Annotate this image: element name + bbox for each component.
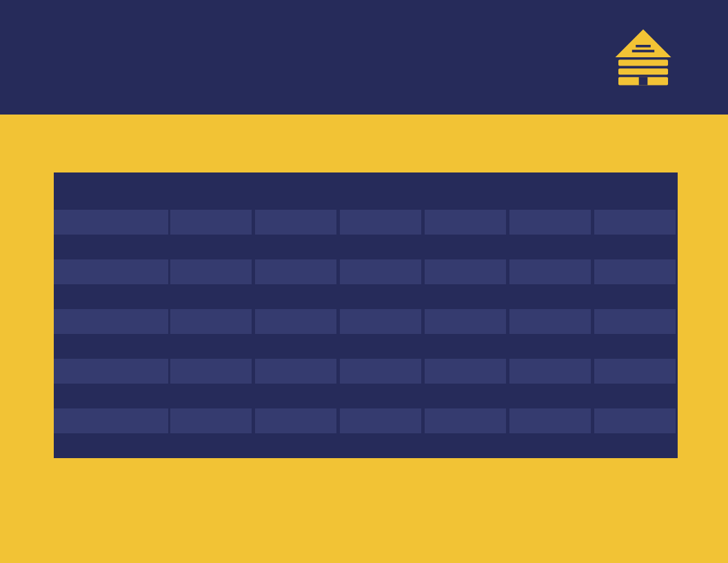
task-label	[54, 408, 168, 433]
task-label	[54, 235, 168, 259]
task-label	[54, 309, 168, 334]
gantt-chart	[54, 172, 678, 458]
svg-rect-4	[639, 77, 648, 86]
svg-rect-6	[632, 50, 654, 52]
header	[0, 0, 728, 115]
task-label	[54, 259, 168, 284]
gantt-header	[54, 172, 678, 210]
svg-rect-1	[618, 60, 668, 66]
task-label	[54, 433, 168, 458]
gantt-labels	[54, 210, 168, 458]
gantt-body	[54, 210, 678, 458]
cabin-logo-icon	[612, 26, 674, 88]
task-label	[54, 359, 168, 384]
gantt-bars-area	[168, 210, 678, 458]
svg-rect-5	[636, 45, 651, 48]
task-label	[54, 210, 168, 235]
task-label	[54, 334, 168, 359]
svg-rect-2	[618, 68, 668, 75]
task-label	[54, 384, 168, 408]
bar-layer	[168, 210, 678, 458]
task-label	[54, 284, 168, 309]
content	[0, 115, 728, 458]
svg-marker-0	[616, 30, 671, 58]
